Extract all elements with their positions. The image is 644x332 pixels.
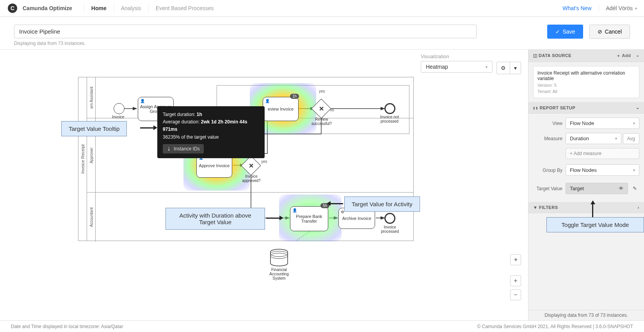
chevron-down-icon[interactable]: ⌄	[636, 53, 640, 59]
group-by-label: Group By	[533, 168, 562, 173]
end-event-not-processed[interactable]	[384, 103, 395, 114]
callout-toggle-target-value: Toggle Target Value Mode	[546, 217, 644, 232]
callout-activity-above-target: Activity with Duration above Target Valu…	[165, 208, 265, 230]
app-logo: C	[8, 4, 17, 13]
gear-icon: ⚙	[501, 65, 506, 71]
eye-icon[interactable]: 👁	[619, 186, 624, 191]
app-header: C Camunda Optimize Home Analysis Event B…	[0, 0, 644, 17]
start-event[interactable]	[114, 103, 125, 114]
pool-label: Invoice Receipt	[80, 144, 85, 173]
callout-target-value-activity: Target Value for Activity	[344, 196, 420, 212]
user-icon: 👤	[292, 208, 297, 212]
duration-badge: 1h	[290, 94, 299, 99]
copyright: © Camunda Services GmbH 2021, All Rights…	[477, 324, 633, 329]
minus-icon: −	[514, 291, 517, 298]
datastore-label: Financial Accounting System	[263, 268, 295, 280]
chevron-down-icon: ▾	[633, 168, 635, 172]
cancel-button[interactable]: Cancel	[589, 25, 630, 39]
data-source-name: Invoice Receipt with alternative correla…	[537, 70, 635, 81]
chevron-down-icon: ▾	[486, 65, 487, 69]
report-subtitle: Displaying data from 73 instances.	[14, 41, 541, 46]
settings-dropdown-button[interactable]: ▾	[510, 62, 521, 74]
start-event-label: Invoice	[112, 115, 125, 119]
filter-icon: ▼	[533, 205, 539, 210]
data-source-header[interactable]: ◫ DATA SOURCE ＋ Add ⌄	[528, 50, 644, 62]
plus-icon: ＋	[616, 53, 621, 58]
whats-new-link[interactable]: What's New	[562, 5, 591, 11]
nav-event-based[interactable]: Event Based Processes	[148, 4, 221, 13]
nav-home[interactable]: Home	[84, 4, 114, 13]
visualization-select[interactable]: Heatmap ▾	[421, 61, 493, 73]
end-event-processed[interactable]	[384, 213, 395, 224]
end-event-label: Invoice processed	[379, 225, 401, 234]
target-value-label: Target Value	[533, 186, 562, 191]
instance-ids-button[interactable]: ⭳ Instance IDs	[163, 144, 204, 154]
diagram-fit-button[interactable]: ⌖	[510, 254, 521, 265]
lane-label: Approver	[89, 147, 93, 163]
user-icon: 👤	[140, 99, 145, 103]
lane-label: am Assistant	[89, 87, 93, 109]
task-prepare-bank-transfer[interactable]: 👤 Prepare Bank Transfer	[290, 206, 328, 231]
chart-icon: ⫾⫾	[533, 105, 540, 110]
gateway-label: Review successful?	[310, 117, 334, 126]
report-title-input[interactable]	[14, 25, 477, 38]
lane-label: Accountant	[89, 207, 93, 227]
callout-target-value-tooltip: Target Value Tooltip	[61, 121, 127, 136]
datastore-icon	[269, 249, 289, 266]
settings-gear-button[interactable]: ⚙	[497, 62, 510, 74]
app-footer: Date and Time displayed in local timezon…	[0, 320, 644, 332]
add-data-source-button[interactable]: ＋ Add	[616, 53, 631, 59]
group-by-select[interactable]: Flow Nodes▾	[566, 164, 639, 176]
chevron-right-icon[interactable]: ›	[638, 205, 639, 210]
nav-analysis[interactable]: Analysis	[114, 4, 148, 13]
plus-icon: +	[514, 277, 517, 284]
data-source-version: Version: 5	[537, 83, 635, 87]
gateway-label: Invoice approved?	[240, 174, 263, 183]
chevron-down-icon[interactable]: ⌄	[636, 105, 640, 110]
chevron-down-icon: ▾	[514, 65, 517, 71]
timezone-info: Date and Time displayed in local timezon…	[11, 324, 123, 329]
user-menu[interactable]: Adél Vörös ▾	[599, 4, 637, 13]
chevron-down-icon: ▾	[615, 136, 617, 141]
user-icon: 👤	[265, 99, 270, 103]
target-icon: ⌖	[514, 256, 518, 263]
measure-select[interactable]: Duration▾	[566, 133, 621, 144]
diagram-canvas[interactable]: Visualization Heatmap ▾ ⚙ ▾ Invoice Rece…	[0, 50, 528, 320]
task-review-invoice[interactable]: 👤 eview Invoice	[263, 97, 299, 121]
view-select[interactable]: Flow Node▾	[566, 118, 639, 129]
save-button[interactable]: Save	[547, 25, 583, 39]
datasource-icon: ◫	[533, 53, 539, 58]
panel-instance-count: Displaying data from 73 of 73 instances.	[528, 310, 644, 320]
end-event-label: Invoice not processed	[377, 115, 402, 123]
edit-icon[interactable]: ✎	[633, 186, 637, 191]
report-setup-header[interactable]: ⫾⫾ REPORT SETUP ⌄	[528, 102, 644, 114]
diagram-zoom-out-button[interactable]: −	[510, 289, 521, 300]
data-source-tenant: Tenant: All	[537, 89, 635, 94]
app-name: Camunda Optimize	[23, 5, 72, 11]
data-source-card[interactable]: Invoice Receipt with alternative correla…	[533, 66, 639, 98]
diagram-zoom-in-button[interactable]: +	[510, 275, 521, 286]
add-measure-button[interactable]: + Add measure	[566, 148, 639, 159]
aggregation-select[interactable]: Avg	[623, 133, 639, 144]
report-toolbar: Displaying data from 73 instances. Save …	[0, 17, 644, 49]
filters-header[interactable]: ▼ FILTERS ›	[528, 202, 644, 213]
target-value-toggle[interactable]: Target 👁	[566, 183, 628, 194]
view-label: View	[533, 121, 562, 126]
measure-label: Measure	[533, 136, 562, 141]
chevron-down-icon: ▾	[633, 121, 635, 125]
gear-icon: ⚙	[341, 210, 344, 214]
download-icon: ⭳	[167, 146, 171, 152]
chevron-down-icon: ▾	[635, 6, 637, 11]
user-name: Adél Vörös	[606, 5, 633, 11]
visualization-label: Visualization	[421, 54, 493, 59]
config-panel: ◫ DATA SOURCE ＋ Add ⌄ Invoice Receipt wi…	[528, 50, 644, 320]
target-value-tooltip: Target duration: 1h Average duration: 2w…	[157, 106, 265, 158]
